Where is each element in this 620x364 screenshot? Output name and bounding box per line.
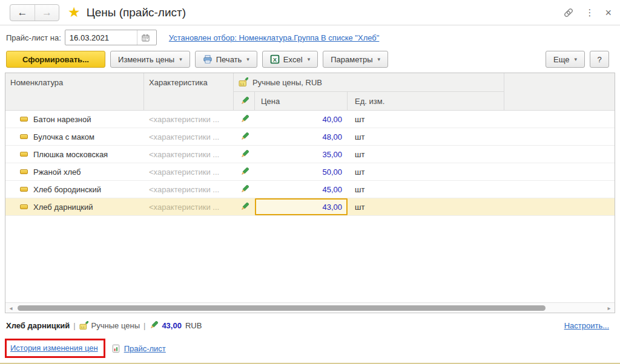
- status-item-name: Хлеб дарницкий: [6, 321, 70, 330]
- status-line: Хлеб дарницкий | 1,1 Ручные цены: [0, 313, 620, 330]
- column-header-characteristic[interactable]: Характеристика: [144, 73, 234, 111]
- more-menu-icon[interactable]: ⋮: [585, 7, 594, 18]
- item-icon: [20, 204, 28, 209]
- footer-links: История изменения цен Прайс-лист: [0, 330, 620, 358]
- scroll-left-icon[interactable]: ◂: [7, 305, 15, 311]
- price-type-icon: 1,1: [79, 321, 88, 330]
- chevron-down-icon: ▾: [377, 56, 380, 62]
- row-price[interactable]: 48,00: [255, 128, 348, 145]
- chevron-down-icon: ▾: [246, 56, 249, 62]
- price-list-date-label: Прайс-лист на:: [6, 33, 61, 42]
- item-icon: [20, 117, 28, 122]
- row-name: Хлеб дарницкий: [33, 203, 93, 212]
- svg-text:1,1: 1,1: [81, 326, 85, 329]
- print-button[interactable]: Печать ▾: [195, 51, 257, 68]
- excel-label: Excel: [283, 55, 303, 64]
- filter-row: Прайс-лист на: Установлен отбор: Номенкл…: [0, 25, 620, 48]
- help-button[interactable]: ?: [590, 51, 609, 68]
- price-history-link[interactable]: История изменения цен: [10, 343, 98, 353]
- column-header-empty: [504, 73, 615, 111]
- change-prices-label: Изменить цены: [118, 55, 174, 64]
- row-name: Хлеб бородинский: [33, 185, 101, 194]
- configure-link[interactable]: Настроить...: [564, 321, 609, 330]
- column-header-unit[interactable]: Ед. изм.: [348, 92, 504, 111]
- toolbar: Сформировать... Изменить цены ▾ Печать ▾: [0, 48, 620, 71]
- change-prices-button[interactable]: Изменить цены ▾: [110, 51, 190, 68]
- date-field-group: [65, 30, 157, 45]
- table-row[interactable]: Хлеб бородинский <характеристики ... 45,…: [5, 181, 615, 198]
- row-unit: шт: [348, 146, 504, 163]
- price-list-window: ← → ★ Цены (прайс-лист) ⋮ × Прайс-лист н…: [0, 0, 620, 363]
- more-label: Еще: [553, 55, 569, 64]
- selection-filter-link[interactable]: Установлен отбор: Номенклатура.Группа В …: [169, 33, 380, 42]
- row-price[interactable]: 50,00: [255, 163, 348, 180]
- price-group-label: Ручные цены, RUB: [252, 78, 322, 87]
- item-icon: [20, 187, 28, 192]
- price-type-label: Ручные цены: [91, 321, 140, 330]
- column-header-price[interactable]: Цена: [255, 92, 348, 111]
- table-body: Батон нарезной <характеристики ... 40,00…: [5, 111, 615, 302]
- back-button[interactable]: ←: [10, 5, 35, 21]
- row-name: Плюшка московская: [33, 150, 108, 159]
- table-row-selected[interactable]: Хлеб дарницкий <характеристики ... 43,00…: [5, 198, 615, 216]
- pencil-icon: [234, 163, 255, 180]
- table-row[interactable]: Батон нарезной <характеристики ... 40,00…: [5, 111, 615, 128]
- item-icon: [20, 152, 28, 157]
- print-label: Печать: [216, 55, 242, 64]
- horizontal-scrollbar[interactable]: ◂ ▸: [5, 302, 615, 313]
- column-header-price-group[interactable]: 1,1 Ручные цены, RUB: [234, 73, 504, 92]
- pencil-icon: [234, 198, 255, 215]
- table-row[interactable]: Плюшка московская <характеристики ... 35…: [5, 146, 615, 163]
- pencil-icon: [234, 146, 255, 163]
- row-price[interactable]: 40,00: [255, 111, 348, 128]
- chevron-down-icon: ▾: [179, 56, 182, 62]
- price-list-link[interactable]: Прайс-лист: [124, 344, 166, 353]
- generate-button[interactable]: Сформировать...: [6, 51, 105, 68]
- column-header-nomenclature[interactable]: Номенклатура: [5, 73, 144, 111]
- item-icon: [20, 169, 28, 174]
- row-unit: шт: [348, 163, 504, 180]
- item-icon: [20, 134, 28, 139]
- excel-button[interactable]: X Excel ▾: [262, 51, 318, 68]
- row-name: Батон нарезной: [33, 115, 91, 124]
- separator: |: [73, 321, 75, 330]
- price-list-report-icon: [111, 344, 120, 353]
- title-bar-actions: ⋮ ×: [563, 7, 612, 18]
- pencil-icon: [234, 111, 255, 128]
- svg-text:1,1: 1,1: [240, 83, 245, 86]
- row-characteristic: <характеристики ...: [144, 181, 234, 198]
- scrollbar-thumb[interactable]: [18, 305, 546, 311]
- scroll-right-icon[interactable]: ▸: [605, 305, 613, 311]
- row-price[interactable]: 35,00: [255, 146, 348, 163]
- status-currency: RUB: [185, 321, 202, 330]
- status-price-type: 1,1 Ручные цены: [79, 321, 140, 330]
- table-row[interactable]: Булочка с маком <характеристики ... 48,0…: [5, 128, 615, 146]
- excel-icon: X: [270, 54, 280, 64]
- pencil-icon: [149, 321, 158, 330]
- row-unit: шт: [348, 128, 504, 145]
- price-type-icon: 1,1: [239, 77, 248, 87]
- table-row[interactable]: Ржаной хлеб <характеристики ... 50,00 шт: [5, 163, 615, 181]
- active-price-cell[interactable]: 43,00: [255, 198, 348, 215]
- chevron-down-icon: ▾: [574, 56, 577, 62]
- row-characteristic: <характеристики ...: [144, 128, 234, 145]
- row-price[interactable]: 45,00: [255, 181, 348, 198]
- price-table: Номенклатура Характеристика 1,1: [5, 73, 615, 313]
- parameters-label: Параметры: [331, 55, 372, 64]
- close-icon[interactable]: ×: [605, 7, 612, 18]
- favorite-star-icon[interactable]: ★: [68, 4, 81, 21]
- calendar-icon[interactable]: [137, 30, 154, 45]
- printer-icon: [203, 54, 213, 64]
- table-header: Номенклатура Характеристика 1,1: [5, 73, 615, 111]
- get-link-icon[interactable]: [563, 7, 574, 18]
- row-characteristic: <характеристики ...: [144, 163, 234, 180]
- more-button[interactable]: Еще ▾: [546, 51, 585, 68]
- status-price-value: 43,00: [162, 321, 182, 330]
- date-input[interactable]: [65, 33, 137, 42]
- row-characteristic: <характеристики ...: [144, 111, 234, 128]
- forward-button[interactable]: →: [35, 5, 59, 21]
- pencil-icon: [234, 181, 255, 198]
- annotation-highlight-box: История изменения цен: [5, 339, 105, 358]
- row-unit: шт: [348, 181, 504, 198]
- parameters-button[interactable]: Параметры ▾: [323, 51, 388, 68]
